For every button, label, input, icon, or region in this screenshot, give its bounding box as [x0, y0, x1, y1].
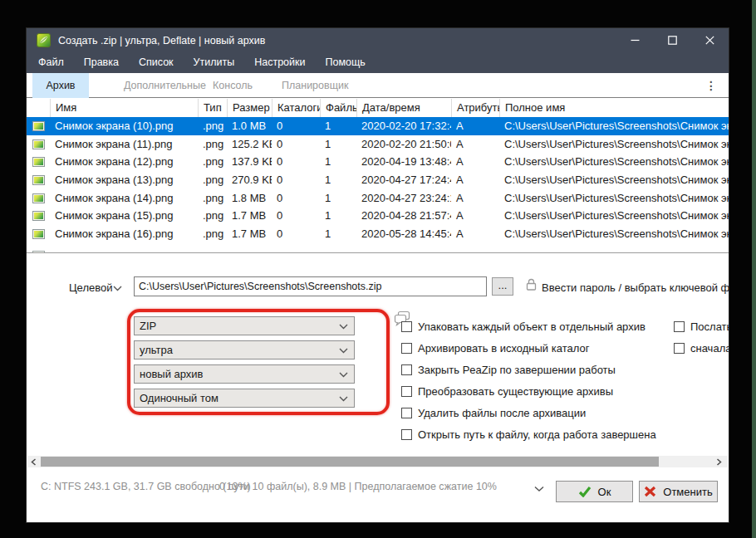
menu-list[interactable]: Список [129, 52, 184, 73]
column-fullname[interactable]: Полное имя [499, 99, 729, 117]
password-keyfile-link[interactable]: Ввести пароль / выбрать ключевой файл [542, 281, 729, 294]
minimize-button[interactable] [616, 28, 654, 52]
image-file-icon [32, 229, 45, 239]
menu-settings[interactable]: Настройки [244, 52, 315, 73]
list-divider [27, 252, 729, 253]
row-size: 137.9 KB [227, 153, 272, 171]
table-row[interactable]: Снимок экрана (10).png .png 1.0 MB 0 1 2… [27, 117, 729, 135]
row-dirs: 0 [272, 189, 320, 208]
scroll-left-button[interactable] [27, 456, 40, 467]
checkbox-open-path-when-done[interactable]: Открыть путь к файлу, когда работа завер… [401, 428, 656, 441]
chevron-down-icon [339, 348, 348, 354]
row-fullname: C:\Users\User\Pictures\Screenshots\Снимо… [499, 153, 729, 171]
checkbox-tar-first[interactable]: сначала в Т [674, 341, 729, 355]
close-button[interactable] [691, 28, 729, 52]
table-row-partial[interactable] [27, 243, 729, 252]
image-file-icon [32, 157, 45, 167]
archive-mode-select[interactable]: новый архив [134, 364, 355, 384]
row-attributes: A [451, 171, 499, 189]
row-size: 1.7 MB [227, 207, 272, 225]
chevron-down-icon [339, 324, 348, 330]
peazip-create-archive-window: Создать .zip | ультра, Deflate | новый а… [26, 27, 729, 523]
row-type: .png [198, 189, 227, 208]
tab-archive[interactable]: Архив [32, 73, 89, 98]
row-icon-cell [27, 171, 50, 189]
footer-chevron-down-icon[interactable] [534, 486, 544, 492]
column-files[interactable]: Файлы [320, 99, 356, 117]
checkbox-close-after[interactable]: Закрыть PeaZip по завершении работы [401, 363, 616, 376]
row-dirs: 0 [272, 171, 320, 189]
table-row[interactable]: Снимок экрана (14).png .png 1.8 MB 0 1 2… [27, 189, 729, 208]
checkbox-icon [401, 429, 412, 440]
target-chevron-down-icon[interactable] [113, 286, 122, 291]
cancel-button[interactable]: Отменить [639, 481, 718, 502]
row-name: Снимок экрана (11).png [50, 135, 198, 154]
column-type[interactable]: Тип [198, 99, 227, 117]
status-selection-summary: 0 пути 10 файл(ы), 8.9 MB | Предполагаем… [219, 481, 497, 492]
file-list: Снимок экрана (10).png .png 1.0 MB 0 1 2… [27, 117, 729, 243]
row-size: 1.0 MB [227, 117, 272, 135]
column-size[interactable]: Размер [227, 99, 272, 117]
row-files: 1 [320, 171, 356, 189]
menu-file[interactable]: Файл [28, 52, 74, 73]
table-row[interactable]: Снимок экрана (12).png .png 137.9 KB 0 1… [27, 153, 729, 171]
row-datetime: 2020-04-27 23:24:18 [356, 189, 451, 208]
column-dirs[interactable]: Каталоги [272, 99, 320, 117]
maximize-icon [668, 36, 677, 45]
row-files: 1 [320, 153, 356, 171]
checkbox-archive-to-source[interactable]: Архивировать в исходный каталог [401, 341, 589, 355]
checkbox-label: Послать по [690, 320, 729, 333]
format-select[interactable]: ZIP [134, 316, 355, 335]
row-icon-cell [27, 153, 50, 171]
compression-level-value: ультра [140, 344, 173, 356]
checkbox-icon [401, 386, 412, 397]
tab-console[interactable]: Консоль [213, 73, 253, 98]
row-name: Снимок экрана (16).png [50, 225, 198, 243]
menu-help[interactable]: Помощь [316, 52, 376, 73]
maximize-button[interactable] [654, 28, 691, 52]
volume-select[interactable]: Одиночный том [134, 389, 355, 408]
scrollbar-thumb[interactable] [41, 457, 659, 467]
menu-edit[interactable]: Правка [74, 52, 129, 73]
format-value: ZIP [140, 320, 156, 332]
table-row[interactable]: Снимок экрана (13).png .png 270.9 KB 0 1… [27, 171, 729, 189]
menu-utilities[interactable]: Утилиты [184, 52, 245, 73]
scroll-right-button[interactable] [713, 456, 725, 467]
minimize-icon [631, 36, 640, 45]
column-attributes[interactable]: Атрибуты [451, 99, 499, 117]
column-datetime[interactable]: Дата/время [356, 99, 451, 117]
table-row[interactable]: Снимок экрана (15).png .png 1.7 MB 0 1 2… [27, 207, 729, 225]
ok-button[interactable]: Ок [556, 481, 633, 502]
checkbox-delete-after[interactable]: Удалить файлы после архивации [401, 406, 586, 419]
window-controls [616, 28, 729, 52]
checkbox-separate-archives[interactable]: Упаковать каждый объект в отдельный архи… [401, 320, 646, 333]
row-name: Снимок экрана (15).png [50, 207, 198, 225]
row-icon-cell [27, 189, 50, 208]
lock-icon [526, 278, 537, 291]
row-fullname: C:\Users\User\Pictures\Screenshots\Снимо… [499, 225, 729, 243]
column-icon[interactable] [27, 99, 50, 117]
checkbox-send-by-mail[interactable]: Послать по [674, 320, 729, 333]
target-path-input[interactable]: C:\Users\User\Pictures\Screenshots\Scree… [134, 276, 487, 296]
row-type: .png [198, 225, 227, 243]
browse-button[interactable]: ... [492, 277, 513, 296]
tab-scheduler[interactable]: Планировщик [282, 73, 348, 98]
file-list-header: Имя Тип Размер Каталоги Файлы Дата/время… [27, 99, 729, 117]
checkbox-icon [674, 321, 685, 332]
table-row[interactable]: Снимок экрана (11).png .png 125.2 KB 0 1… [27, 135, 729, 154]
compression-level-select[interactable]: ультра [134, 340, 355, 359]
checkbox-convert-existing[interactable]: Преобразовать существующие архивы [401, 384, 613, 398]
row-name: Снимок экрана (14).png [50, 189, 198, 208]
horizontal-scrollbar[interactable] [27, 456, 728, 467]
wallpaper-edge [752, 0, 756, 538]
row-type: .png [198, 171, 227, 189]
row-files: 1 [320, 225, 356, 243]
table-row[interactable]: Снимок экрана (16).png .png 1.7 MB 0 1 2… [27, 225, 729, 243]
tab-advanced[interactable]: Дополнительные [124, 73, 206, 98]
row-dirs: 0 [272, 225, 320, 243]
column-name[interactable]: Имя [50, 99, 198, 117]
checkbox-label: Преобразовать существующие архивы [418, 385, 613, 398]
checkbox-label: Архивировать в исходный каталог [418, 342, 589, 355]
more-options-icon[interactable]: ⋮ [705, 73, 717, 98]
row-icon-cell [27, 135, 50, 154]
